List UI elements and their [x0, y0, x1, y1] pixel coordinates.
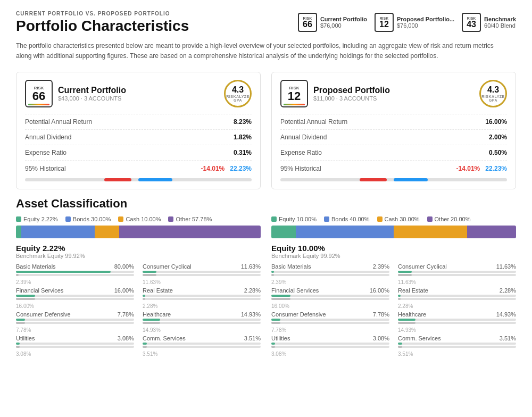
equity-item-label: Consumer Cyclical [398, 263, 447, 270]
hist-bar [25, 178, 252, 181]
equity-item: Utilities 3.08% 3.08% [271, 335, 389, 357]
hist-bar [280, 178, 507, 181]
equity-bench-bar [398, 274, 516, 276]
equity-mini-bar [143, 319, 261, 321]
metric-value: 0.50% [489, 149, 507, 156]
bench-value: 2.39% [16, 279, 134, 285]
equity-item: Healthcare 14.93% 14.93% [398, 311, 516, 333]
equity-bar-fill [143, 319, 160, 321]
hist-pos: 22.23% [230, 165, 252, 172]
equity-bench-bar [16, 322, 134, 324]
equity-item-value: 2.28% [244, 287, 261, 294]
portfolio-card-proposed: RISK 12 Proposed Portfolio $11,000 · 3 A… [271, 72, 516, 189]
legend-dot [65, 216, 71, 222]
risk-number: 66 [303, 20, 312, 29]
equity-bench-bar [271, 322, 389, 324]
badge-name: Benchmark [484, 16, 516, 22]
equity-bar-fill [143, 271, 156, 273]
equity-item-header: Basic Materials 2.39% [271, 263, 389, 270]
equity-bench-fill [16, 298, 35, 300]
bar-segment [467, 226, 516, 238]
portfolio-card-current: RISK 66 Current Portfolio $43,000 · 3 AC… [16, 72, 261, 189]
bench-value: 11.63% [398, 279, 516, 285]
equity-item-value: 7.78% [373, 311, 389, 318]
equity-bench-fill [143, 322, 160, 324]
equity-item-label: Comm. Services [143, 335, 186, 341]
card-metrics: Potential Annual Return 16.00% Annual Di… [280, 114, 507, 181]
metric-label: Annual Dividend [280, 134, 327, 141]
legend-label: Bonds 30.00% [73, 216, 111, 222]
metric-row: Annual Dividend 2.00% [280, 130, 507, 145]
equity-mini-bar [398, 319, 516, 321]
gpa-label: RISKALYZE GPA [481, 95, 505, 102]
legend-label: Equity 2.22% [23, 216, 58, 222]
equity-bench-bar [16, 274, 134, 276]
risk-number: 12 [288, 90, 301, 102]
asset-legend-row: Equity 10.00% Bonds 40.00% Cash 30.00% O… [271, 216, 516, 359]
equity-bench-bar [143, 298, 261, 300]
metric-row: Annual Dividend 1.82% [25, 130, 252, 145]
legend-item: Equity 10.00% [271, 216, 317, 222]
legend-dot [427, 216, 433, 222]
equity-grid: Basic Materials 2.39% 2.39% Financial Se… [271, 263, 516, 359]
legend-dot [16, 216, 21, 222]
equity-item: Financial Services 16.00% 16.00% [16, 287, 134, 309]
equity-item-header: Utilities 3.08% [271, 335, 389, 341]
equity-bar-fill [143, 343, 147, 345]
card-portfolio-sub: $43,000 · 3 ACCOUNTS [58, 95, 126, 102]
equity-item-label: Utilities [16, 335, 35, 341]
equity-bar-fill [16, 271, 111, 273]
metric-row: Potential Annual Return 8.23% [25, 114, 252, 130]
equity-item-label: Consumer Defensive [271, 311, 326, 318]
bench-value: 16.00% [271, 303, 389, 309]
equity-item-value: 7.78% [118, 311, 134, 318]
equity-item: Comm. Services 3.51% 3.51% [398, 335, 516, 357]
equity-bench-fill [398, 274, 412, 276]
historical-row: 95% Historical -14.01% 22.23% [280, 161, 507, 177]
equity-bench-bar [271, 346, 389, 348]
equity-bench-fill [271, 346, 275, 348]
equity-bench-fill [16, 274, 19, 276]
equity-item-header: Consumer Cyclical 11.63% [143, 263, 261, 270]
legend-item: Equity 2.22% [16, 216, 58, 222]
risk-gradient-bar [28, 104, 49, 105]
equity-item: Consumer Defensive 7.78% 7.78% [16, 311, 134, 333]
equity-item-value: 11.63% [496, 263, 516, 270]
equity-item-header: Financial Services 16.00% [16, 287, 134, 294]
asset-col-current: Equity 2.22% Bonds 30.00% Cash 10.00% Ot… [16, 216, 261, 359]
equity-item-value: 80.00% [114, 263, 134, 270]
equity-mini-bar [398, 271, 516, 273]
card-info: Proposed Portfolio $11,000 · 3 ACCOUNTS [313, 86, 390, 102]
equity-bench-bar [143, 274, 261, 276]
legend-dot [324, 216, 329, 222]
risk-box: RISK 66 [298, 13, 317, 32]
hist-neg: -14.01% [201, 165, 225, 172]
legend-item: Bonds 40.00% [324, 216, 370, 222]
legend-item: Bonds 30.00% [65, 216, 111, 222]
equity-item-header: Healthcare 14.93% [398, 311, 516, 318]
asset-col-proposed: Equity 10.00% Bonds 40.00% Cash 30.00% O… [271, 216, 516, 359]
equity-bench-bar [398, 346, 516, 348]
hist-pos: 22.23% [485, 165, 507, 172]
equity-item: Consumer Cyclical 11.63% 11.63% [143, 263, 261, 285]
equity-item: Real Estate 2.28% 2.28% [143, 287, 261, 309]
gpa-number: 4.3 [487, 85, 499, 95]
equity-mini-bar [143, 271, 261, 273]
equity-bar-fill [16, 343, 20, 345]
legend-dot [377, 216, 383, 222]
equity-bench-fill [16, 346, 20, 348]
page-title: Portfolio Characteristics [16, 18, 189, 35]
equity-item-label: Real Estate [398, 287, 428, 294]
equity-item-label: Healthcare [398, 311, 426, 318]
bar-segment [95, 226, 119, 238]
page-container: CURRENT PORTFOLIO VS. PROPOSED PORTFOLIO… [0, 0, 532, 377]
equity-right-col: Consumer Cyclical 11.63% 11.63% Real Est… [398, 263, 516, 359]
equity-bench-bar [398, 298, 516, 300]
equity-bench-bar [271, 274, 389, 276]
metric-row: Expense Ratio 0.50% [280, 145, 507, 161]
bench-value: 2.39% [271, 279, 389, 285]
equity-item: Comm. Services 3.51% 3.51% [143, 335, 261, 357]
legend-item: Cash 10.00% [118, 216, 161, 222]
page-subtitle: CURRENT PORTFOLIO VS. PROPOSED PORTFOLIO [16, 11, 189, 16]
legend-item: Cash 30.00% [377, 216, 420, 222]
